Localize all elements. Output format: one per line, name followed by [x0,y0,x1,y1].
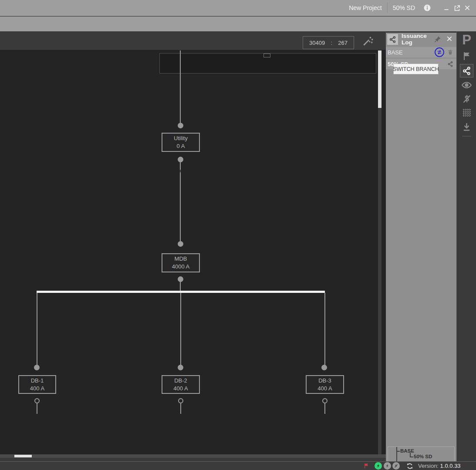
feeder-drop-line[interactable] [324,293,325,365]
flag-icon[interactable] [457,50,476,62]
branch-icon [387,34,398,45]
coordinate-y: 267 [338,40,348,46]
version-value: 1.0.0.33 [440,463,461,469]
tree-line [410,457,413,457]
node-dot[interactable] [178,276,183,282]
feeder-drop-line[interactable] [180,293,181,365]
canvas-column: 30409 : 267 Utility 0 A [0,31,386,461]
panel-close-icon[interactable] [446,35,454,43]
switch-branch-button[interactable] [435,47,444,57]
app-window: New Project 50% SD 30409 : 267 [0,0,476,470]
title-bar-divider [387,3,388,13]
node-dot[interactable] [178,123,183,128]
vertical-scrollbar[interactable] [378,50,381,454]
terminal-stem[interactable] [37,403,37,414]
power-off-icon[interactable] [392,462,400,470]
breaker-tick[interactable] [180,170,181,172]
terminal-stem[interactable] [180,403,181,414]
feeder-line[interactable] [180,50,181,123]
horizontal-scrollbar-thumb[interactable] [14,455,32,457]
node-dot[interactable] [178,241,183,247]
toolbar-band [0,17,476,31]
terminal-circle[interactable] [178,398,183,403]
node-dot[interactable] [178,157,183,162]
issuance-log-button-active[interactable] [457,64,476,77]
terminal-stem[interactable] [324,403,325,414]
canvas-toolbar: 30409 : 267 [0,31,386,50]
log-row-label: BASE [388,49,403,56]
tree-line [396,451,400,452]
branch-tree: BASE 50% SD [388,446,455,461]
node-dot[interactable] [178,365,183,370]
terminal-circle[interactable] [34,398,40,403]
equipment-box-utility[interactable]: Utility 0 A [162,133,200,152]
equipment-box-db2[interactable]: DB-2 400 A [162,375,200,394]
equipment-box-db3[interactable]: DB-3 400 A [306,375,344,394]
close-button[interactable] [462,3,473,13]
issuance-log-panel: Issuance Log BASE 50% SD [386,33,456,461]
node-dot[interactable] [321,365,327,370]
right-toolbar: P [456,31,476,461]
sync-icon[interactable] [406,463,413,470]
restore-button[interactable] [452,3,462,13]
diagram-canvas[interactable]: Utility 0 A MDB 4000 A [0,50,386,454]
power-mid-icon[interactable] [384,462,391,470]
toolbar-separator [462,136,471,137]
equipment-rating: 400 A [307,385,343,392]
equipment-name: Utility [162,135,199,142]
coordinate-separator: : [331,40,332,46]
equipment-rating: 0 A [162,143,199,150]
power-on-icon[interactable] [375,462,382,470]
equipment-rating: 4000 A [162,263,199,270]
branch-icon [460,64,473,77]
equipment-name: DB-3 [307,377,343,384]
branch-small-icon[interactable] [447,61,453,67]
title-bar: New Project 50% SD [0,0,476,16]
project-name: New Project [349,4,381,11]
equipment-rating: 400 A [19,385,55,392]
magic-wand-icon[interactable] [362,35,374,47]
eye-icon[interactable] [457,79,476,91]
projects-button[interactable]: P [457,32,476,48]
equipment-box-db1[interactable]: DB-1 400 A [18,375,56,394]
flag-red-icon[interactable] [363,463,370,469]
status-bar: Version: 1.0.0.33 [0,461,476,470]
equipment-box-mdb[interactable]: MDB 4000 A [162,253,200,272]
tree-node-base: BASE [400,448,414,453]
horizontal-scrollbar[interactable] [0,454,386,458]
equipment-name: DB-1 [19,377,55,384]
export-icon[interactable] [457,121,476,132]
version-label: Version: [418,463,439,469]
switch-branch-tooltip: SWITCH BRANCH [393,64,439,74]
coordinate-x: 30409 [309,40,325,46]
vertical-scrollbar-thumb[interactable] [378,50,381,108]
active-branch-label: 50% SD [393,4,415,11]
tree-line [396,447,397,461]
coordinate-display: 30409 : 267 [303,36,354,49]
connector-line[interactable] [180,162,181,241]
panel-title: Issuance Log [402,33,434,46]
grid-icon[interactable] [457,107,476,118]
main-area: 30409 : 267 Utility 0 A [0,31,476,461]
connector-line[interactable] [180,282,181,291]
pin-icon[interactable] [434,35,442,43]
delete-branch-icon[interactable] [447,49,453,55]
tree-node-50sd: 50% SD [414,454,432,459]
log-row-base[interactable]: BASE [386,47,456,57]
frame-port[interactable] [263,54,270,57]
panel-header: Issuance Log [386,33,456,46]
equipment-name: DB-2 [162,377,199,384]
terminal-circle[interactable] [322,398,327,403]
version-text: Version: 1.0.0.33 [418,463,461,469]
minimize-button[interactable] [441,3,452,13]
equipment-name: MDB [162,255,199,262]
node-dot[interactable] [34,365,40,370]
info-icon[interactable] [422,3,432,13]
equipment-rating: 400 A [162,385,199,392]
feeder-drop-line[interactable] [37,293,37,365]
no-cost-icon[interactable] [457,93,476,104]
